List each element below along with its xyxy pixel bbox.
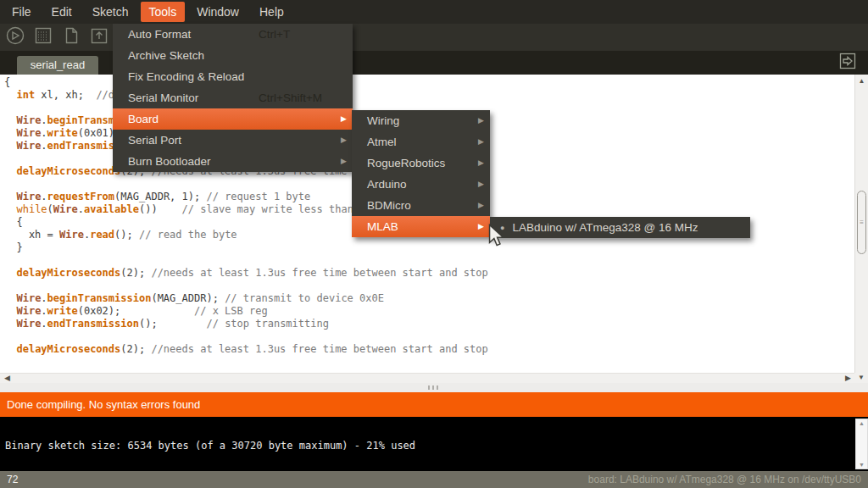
status-footer: 72 board: LABduino w/ ATmega328 @ 16 MHz… [0,471,868,488]
menu-item-label: Serial Monitor [128,92,198,104]
menubar-item-file[interactable]: File [3,2,40,22]
submenu-arrow-icon: ▶ [478,152,484,174]
menu-item-label: Fix Encoding & Reload [128,70,244,83]
menu-item-auto-format[interactable]: Auto FormatCtrl+T [113,24,353,45]
code-line [4,254,854,267]
line-number: 72 [7,474,18,485]
menu-item-label: LABduino w/ ATmega328 @ 16 MHz [512,221,698,234]
menu-item-atmel[interactable]: Atmel▶ [352,131,490,152]
scroll-left-icon[interactable]: ◀ [4,374,10,383]
verify-icon [5,25,25,49]
menubar: FileEditSketchToolsWindowHelp [0,0,868,24]
menubar-item-sketch[interactable]: Sketch [84,2,137,22]
editor-horizontal-scrollbar[interactable]: ◀ ▶ [0,373,854,383]
menu-item-burn-bootloader[interactable]: Burn Bootloader▶ [113,151,353,172]
submenu-arrow-icon: ▶ [478,174,484,195]
console-scrollbar[interactable]: ▲ ▼ [855,419,868,469]
menu-item-board[interactable]: Board▶ [113,108,353,130]
code-line [4,330,854,343]
menubar-item-window[interactable]: Window [188,2,248,22]
code-line: delayMicroseconds(2); //needs at least 1… [4,343,854,356]
menu-item-label: RogueRobotics [367,157,445,169]
new-sketch-button[interactable] [60,26,82,48]
serial-monitor-button[interactable] [837,53,858,73]
scroll-up-icon[interactable]: ▲ [856,420,867,426]
menu-item-arduino[interactable]: Arduino▶ [352,174,490,195]
mouse-cursor-icon [488,224,504,251]
menu-item-roguerobotics[interactable]: RogueRobotics▶ [352,152,490,174]
menu-item-label: Archive Sketch [128,49,204,62]
menubar-item-help[interactable]: Help [251,2,292,22]
upload-icon [33,25,53,49]
verify-button[interactable] [4,26,26,48]
menu-item-label: Wiring [367,114,399,127]
board-submenu: Wiring▶Atmel▶RogueRobotics▶Arduino▶BDMic… [352,110,490,237]
submenu-arrow-icon: ▶ [478,195,484,216]
board-info: board: LABduino w/ ATmega328 @ 16 MHz on… [588,474,861,485]
menu-item-mlab[interactable]: MLAB▶ [352,216,490,237]
menu-item-serial-port[interactable]: Serial Port▶ [113,130,353,151]
open-icon [89,25,109,49]
scroll-down-icon[interactable]: ▼ [854,373,868,383]
code-line [4,280,854,292]
compile-status-bar: Done compiling. No syntax errors found [0,392,868,417]
menu-item-label: Serial Port [128,134,181,147]
code-line: Wire.endTransmission(); // stop transmit… [4,318,854,330]
submenu-arrow-icon: ▶ [341,151,347,172]
menu-item-label: Board [128,113,159,125]
editor-vertical-scrollbar[interactable]: ▲ ≡ [854,75,868,373]
menu-item-bdmicro[interactable]: BDMicro▶ [352,195,490,216]
menubar-item-tools[interactable]: Tools [141,2,186,22]
code-line: Wire.beginTransmission(MAG_ADDR); // tra… [4,292,854,305]
menu-item-shortcut: Ctrl+Shift+M [259,87,322,108]
arrow-right-icon [837,51,858,75]
new-file-icon [61,25,81,49]
menu-item-serial-monitor[interactable]: Serial MonitorCtrl+Shift+M [113,87,353,108]
pane-splitter[interactable] [0,383,868,392]
menu-item-shortcut: Ctrl+T [259,24,290,45]
submenu-arrow-icon: ▶ [478,216,484,237]
submenu-arrow-icon: ▶ [478,110,484,131]
menu-item-labduino-w-atmega328-16-mhz[interactable]: ●LABduino w/ ATmega328 @ 16 MHz [490,217,750,238]
tab-serial-read[interactable]: serial_read [17,56,98,75]
vertical-scroll-thumb[interactable]: ≡ [857,191,866,254]
scroll-down-icon[interactable]: ▼ [856,462,867,468]
tools-menu: Auto FormatCtrl+TArchive SketchFix Encod… [113,24,353,172]
menu-item-label: Arduino [367,178,407,191]
menu-item-label: Atmel [367,136,397,148]
scroll-up-icon[interactable]: ▲ [855,77,868,85]
console: Binary sketch size: 6534 bytes (of a 307… [0,417,868,471]
menu-item-label: Auto Format [128,28,191,41]
submenu-arrow-icon: ▶ [478,131,484,152]
arduino-ide-window: FileEditSketchToolsWindowHelp [0,0,868,488]
menu-item-fix-encoding-reload[interactable]: Fix Encoding & Reload [113,66,353,87]
code-line: Wire.write(0x02); // x LSB reg [4,305,854,318]
scroll-right-icon[interactable]: ▶ [845,374,851,383]
menu-item-label: Burn Bootloader [128,155,211,168]
upload-button[interactable] [32,26,54,48]
menu-item-wiring[interactable]: Wiring▶ [352,110,490,131]
submenu-arrow-icon: ▶ [341,130,347,151]
console-output: Binary sketch size: 6534 bytes (of a 307… [5,440,415,452]
mlab-submenu: ●LABduino w/ ATmega328 @ 16 MHz [490,217,750,238]
menubar-item-edit[interactable]: Edit [43,2,81,22]
submenu-arrow-icon: ▶ [341,108,347,130]
open-sketch-button[interactable] [88,26,110,48]
menu-item-archive-sketch[interactable]: Archive Sketch [113,45,353,66]
menu-item-label: BDMicro [367,199,411,212]
code-line: delayMicroseconds(2); //needs at least 1… [4,267,854,280]
menu-item-label: MLAB [367,220,398,233]
splitter-grip-icon [428,385,440,390]
code-line: } [4,241,854,254]
